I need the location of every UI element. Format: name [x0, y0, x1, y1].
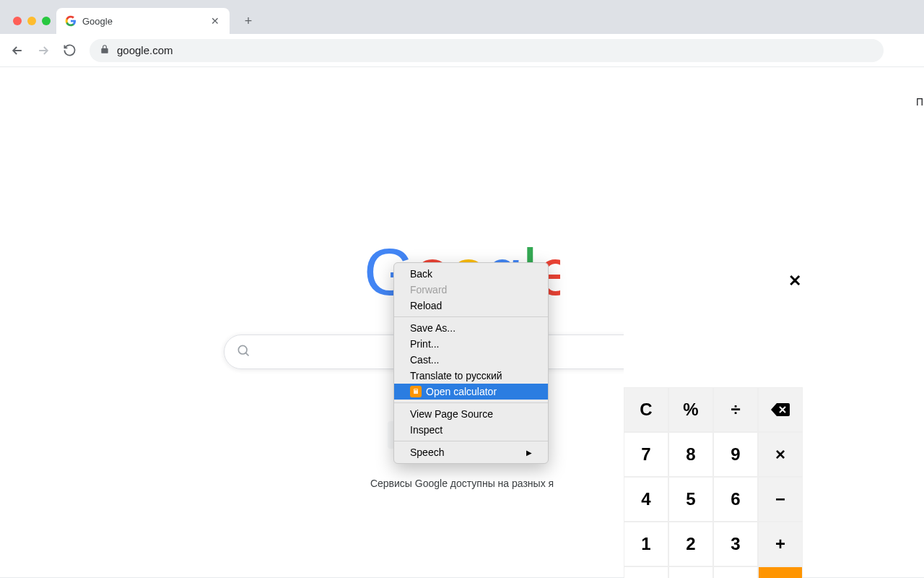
url-text: google.com — [117, 44, 173, 56]
calc-six-button[interactable]: 6 — [713, 477, 758, 522]
new-tab-button[interactable]: + — [238, 11, 258, 31]
cm-back[interactable]: Back — [394, 266, 548, 282]
lock-icon — [100, 44, 110, 57]
calc-one-button[interactable]: 1 — [624, 522, 668, 566]
calc-plus-button[interactable]: + — [758, 522, 803, 566]
calc-dot-button[interactable]: . — [713, 566, 758, 578]
calc-nine-button[interactable]: 9 — [713, 432, 758, 477]
calc-seven-button[interactable]: 7 — [624, 432, 668, 477]
calc-five-button[interactable]: 5 — [668, 477, 713, 522]
window-close-button[interactable] — [13, 17, 22, 25]
cm-translate[interactable]: Translate to русский — [394, 368, 548, 384]
cm-speech[interactable]: Speech — [394, 444, 548, 460]
calc-two-button[interactable]: 2 — [668, 522, 713, 566]
services-text: Сервисы Google доступны на разных я — [370, 478, 554, 489]
calc-eight-button[interactable]: 8 — [668, 432, 713, 477]
page-content: П Google Поиск в Google Мне Сервисы Goog… — [0, 67, 924, 578]
reload-button[interactable] — [58, 39, 81, 62]
backspace-icon — [770, 402, 790, 418]
calc-multiply-button[interactable]: × — [758, 432, 803, 477]
cm-inspect[interactable]: Inspect — [394, 422, 548, 438]
calculator-keypad: C % ÷ 7 8 9 × 4 5 6 − 1 2 3 + +/− 0 . = — [624, 387, 803, 578]
search-icon — [236, 343, 250, 361]
calc-equals-button[interactable]: = — [758, 566, 803, 578]
cm-separator — [394, 316, 548, 317]
calc-clear-button[interactable]: C — [624, 387, 668, 432]
window-controls — [7, 17, 56, 34]
browser-chrome: Google ✕ + google.com — [0, 0, 924, 67]
calc-zero-button[interactable]: 0 — [668, 566, 713, 578]
browser-tab[interactable]: Google ✕ — [56, 8, 230, 34]
calculator-panel: ✕ C % ÷ 7 8 9 × 4 5 6 − 1 2 3 + +/− 0 . … — [624, 269, 803, 578]
calc-backspace-button[interactable] — [758, 387, 803, 432]
cm-forward[interactable]: Forward — [394, 282, 548, 298]
cm-reload[interactable]: Reload — [394, 298, 548, 314]
cm-view-source[interactable]: View Page Source — [394, 406, 548, 422]
calc-percent-button[interactable]: % — [668, 387, 713, 432]
window-minimize-button[interactable] — [27, 17, 36, 25]
back-button[interactable] — [6, 39, 29, 62]
calculator-display: ✕ — [624, 269, 803, 387]
calc-sign-button[interactable]: +/− — [624, 566, 668, 578]
cm-save-as[interactable]: Save As... — [394, 320, 548, 336]
top-right-text: П — [916, 96, 923, 108]
calc-minus-button[interactable]: − — [758, 477, 803, 522]
calc-divide-button[interactable]: ÷ — [713, 387, 758, 432]
forward-button[interactable] — [32, 39, 55, 62]
calculator-icon: 🖩 — [410, 386, 422, 397]
tab-title: Google — [82, 16, 204, 27]
cm-print[interactable]: Print... — [394, 336, 548, 352]
google-favicon — [65, 15, 77, 27]
url-bar[interactable]: google.com — [90, 39, 884, 62]
tab-bar: Google ✕ + — [0, 0, 924, 34]
cm-separator — [394, 441, 548, 441]
calc-four-button[interactable]: 4 — [624, 477, 668, 522]
cm-open-calculator-label: Open calculator — [426, 386, 497, 397]
svg-point-1 — [238, 345, 247, 354]
toolbar: google.com — [0, 34, 924, 67]
tab-close-button[interactable]: ✕ — [209, 15, 221, 27]
context-menu: Back Forward Reload Save As... Print... … — [393, 262, 549, 464]
calculator-close-button[interactable]: ✕ — [788, 272, 801, 290]
window-maximize-button[interactable] — [42, 17, 51, 25]
cm-cast[interactable]: Cast... — [394, 352, 548, 368]
cm-separator — [394, 402, 548, 403]
cm-open-calculator[interactable]: 🖩 Open calculator — [394, 384, 548, 400]
calc-three-button[interactable]: 3 — [713, 522, 758, 566]
